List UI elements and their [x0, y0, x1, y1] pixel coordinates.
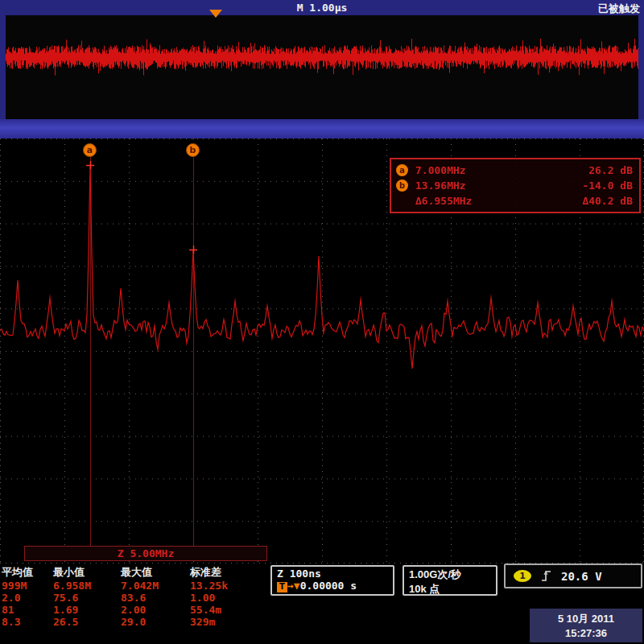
timebase-readout: M 1.00µs — [0, 2, 644, 14]
trigger-t-icon: T — [277, 582, 287, 592]
oscilloscope-screen: M 1.00µs 已被触发 a b a 7.000MHz 26.2 dB b 1… — [0, 0, 644, 644]
col-header-min: 最小值 — [53, 565, 121, 580]
table-cell: 2.0 — [2, 592, 53, 604]
table-cell: 55.4m — [190, 604, 264, 616]
table-cell: 329m — [190, 616, 264, 628]
record-length: 10k 点 — [409, 582, 491, 597]
bottom-status-region: 平均值 最小值 最大值 标准差 999M 6.958M 7.042M 13.25… — [0, 564, 644, 644]
table-cell: 1.00 — [190, 592, 264, 604]
time-value: 15:27:36 — [565, 627, 607, 639]
time-domain-trace — [6, 15, 638, 119]
datetime-box: 5 10月 2011 15:27:36 — [530, 609, 642, 642]
table-cell: 81 — [2, 604, 53, 616]
sample-rate: 1.00G次/秒 — [409, 568, 491, 582]
cursor-delta-frequency: Δ6.955MHz — [415, 195, 510, 207]
table-cell: 6.958M — [53, 580, 121, 592]
cursor-a-level: 26.2 dB — [588, 164, 633, 176]
cursor-delta-row: Δ6.955MHz Δ40.2 dB — [396, 193, 633, 208]
table-cell: 75.6 — [53, 592, 121, 604]
col-header-max: 最大值 — [121, 565, 190, 580]
trigger-position-row: T→▼0.00000 s — [277, 580, 388, 592]
col-header-stddev: 标准差 — [190, 565, 264, 580]
screen-right-edge — [638, 15, 644, 119]
table-cell: 29.0 — [121, 616, 190, 628]
cursor-a-frequency: 7.000MHz — [415, 164, 510, 176]
col-header-mean: 平均值 — [2, 565, 53, 580]
date-value: 5 10月 2011 — [558, 612, 614, 626]
rising-edge-icon — [541, 569, 551, 583]
cursor-a-handle[interactable]: a — [83, 143, 97, 157]
table-cell: 83.6 — [121, 592, 190, 604]
table-cell: 999M — [2, 580, 53, 592]
cursor-delta-level: Δ40.2 dB — [582, 195, 633, 207]
cursor-b-handle[interactable]: b — [186, 143, 200, 157]
cursor-b-frequency: 13.96MHz — [415, 180, 510, 192]
screen-left-edge — [0, 15, 6, 119]
spacer — [396, 195, 408, 207]
cursor-b-row: b 13.96MHz -14.0 dB — [396, 178, 633, 193]
top-status-bar: M 1.00µs 已被触发 — [0, 0, 644, 15]
cursor-b-level: -14.0 dB — [582, 180, 633, 192]
trigger-status: 已被触发 — [598, 2, 640, 16]
cursor-readout-box: a 7.000MHz 26.2 dB b 13.96MHz -14.0 dB Δ… — [390, 158, 641, 213]
table-cell: 8.3 — [2, 616, 53, 628]
channel-1-badge[interactable]: 1 — [514, 570, 531, 582]
cursor-a-row: a 7.000MHz 26.2 dB — [396, 163, 633, 178]
table-cell: 26.5 — [53, 616, 121, 628]
table-cell: 2.00 — [121, 604, 190, 616]
trigger-position-marker-icon[interactable] — [209, 10, 222, 18]
divider-bar — [0, 119, 644, 138]
table-cell: 1.69 — [53, 604, 121, 616]
trigger-level-value: 20.6 V — [561, 570, 602, 583]
acquisition-settings-box[interactable]: 1.00G次/秒 10k 点 — [402, 565, 497, 596]
spectrum-scale-bar[interactable]: Z 5.00MHz — [24, 546, 267, 561]
cursor-a-icon: a — [396, 164, 408, 176]
trigger-settings-box[interactable]: 1 20.6 V — [504, 564, 642, 588]
table-cell: 7.042M — [121, 580, 190, 592]
trigger-position-value: 0.00000 s — [300, 580, 357, 592]
trigger-arrow-icon: →▼ — [287, 580, 300, 592]
table-cell: 13.25k — [190, 580, 264, 592]
cursor-b-icon: b — [396, 180, 408, 192]
horizontal-settings-box[interactable]: Z 100ns T→▼0.00000 s — [270, 565, 394, 596]
measurement-table: 平均值 最小值 最大值 标准差 999M 6.958M 7.042M 13.25… — [2, 565, 264, 628]
zoom-timebase: Z 100ns — [277, 568, 388, 580]
